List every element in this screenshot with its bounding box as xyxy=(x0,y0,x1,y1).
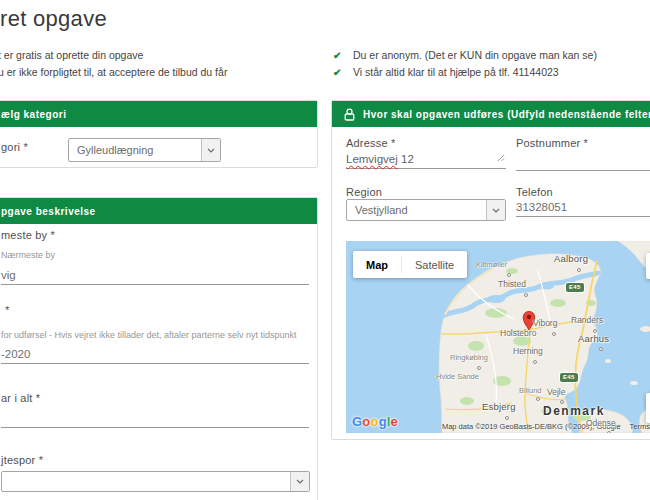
category-panel-header: ælg kategori xyxy=(0,101,317,127)
map-city-dot xyxy=(524,293,528,297)
description-panel: pgave beskrivelse meste by * Nærmeste by… xyxy=(0,197,318,500)
map-city-label: Thisted xyxy=(498,279,526,289)
postnummer-label: Postnummer * xyxy=(516,137,588,149)
check-icon: ✔ xyxy=(333,65,347,80)
tracks-select-value xyxy=(2,472,290,491)
map-city-label: Ringkøbing xyxy=(450,353,488,362)
map-city-label: Billund xyxy=(519,386,542,395)
nearest-city-label: meste by * xyxy=(1,229,55,241)
map-city-dot xyxy=(536,397,540,401)
map-city-dot xyxy=(577,268,581,272)
fullscreen-button[interactable] xyxy=(646,253,650,279)
date-helper: for udførsel - Hvis vejret ikke tillader… xyxy=(1,330,297,340)
category-label: gori * xyxy=(1,141,28,153)
map-city-label: Viborg xyxy=(533,318,557,328)
telefon-input[interactable]: 31328051 xyxy=(516,197,650,217)
route-badge: E45 xyxy=(560,373,578,382)
map-city-label: Klitmøller xyxy=(476,260,507,269)
area-label: ar i alt * xyxy=(1,392,40,404)
page-title: ret opgave xyxy=(0,6,107,32)
map-city-label: Odense xyxy=(586,418,616,428)
benefit-text: Du er anonym. (Det er KUN din opgave man… xyxy=(353,48,597,63)
adresse-value-word: Lemvigvej xyxy=(346,153,398,165)
location-panel-header-text: Hvor skal opgaven udføres (Udfyld nedens… xyxy=(363,109,650,120)
map-button[interactable]: Map xyxy=(353,251,401,278)
map-city-label: Aarhus xyxy=(578,333,609,344)
map-city-label: Vejle xyxy=(547,387,565,397)
map-city-dot xyxy=(552,332,556,336)
map-city-dot xyxy=(533,360,537,364)
map-city-label: Esbjerg xyxy=(482,401,516,412)
telefon-value: 31328051 xyxy=(516,201,567,213)
map-city-label: Denmark xyxy=(543,404,605,418)
nearest-city-value: vig xyxy=(1,269,16,281)
lock-icon xyxy=(344,108,355,121)
map-city-dot xyxy=(477,366,481,370)
tracks-select[interactable] xyxy=(1,471,310,492)
map-city-dot xyxy=(507,273,511,277)
chevron-down-icon[interactable] xyxy=(290,472,309,491)
nearest-city-input[interactable]: vig xyxy=(1,265,309,285)
benefit-item: ✔ Vi står altid klar til at hjælpe på tl… xyxy=(333,65,597,82)
map-terms-link[interactable]: Terms xyxy=(630,422,650,431)
map-city-label: Aalborg xyxy=(554,253,588,264)
benefit-text: u er ikke forpligtet til, at acceptere d… xyxy=(0,65,227,80)
nearest-city-helper: Nærmeste by xyxy=(1,250,55,260)
benefit-item: ✔ u er ikke forpligtet til, at acceptere… xyxy=(0,65,227,82)
region-select[interactable]: Vestjylland xyxy=(346,199,506,221)
zoom-control[interactable] xyxy=(646,393,650,423)
map-city-dot xyxy=(599,347,603,351)
map-city-dot xyxy=(607,431,611,433)
adresse-value-number: 12 xyxy=(401,153,414,165)
description-panel-header-text: pgave beskrivelse xyxy=(1,206,96,217)
date-input[interactable]: -2020 xyxy=(1,344,309,364)
tracks-label: jtespor * xyxy=(1,454,43,466)
category-select[interactable]: Gylleudlægning xyxy=(68,138,221,162)
location-panel-header: Hvor skal opgaven udføres (Udfyld nedens… xyxy=(332,101,650,127)
map-city-label: Hvide Sande xyxy=(436,372,479,381)
benefit-item: ✔ Du er anonym. (Det er KUN din opgave m… xyxy=(333,48,597,65)
category-select-value: Gylleudlægning xyxy=(69,139,201,161)
benefits-list-left: ✔ t er gratis at oprette din opgave ✔ u … xyxy=(0,48,227,82)
map-city-label: Holstebro xyxy=(500,328,536,338)
resize-grip-icon[interactable] xyxy=(497,148,505,166)
google-map[interactable]: Map Satellite Google Map data ©2019 GeoB… xyxy=(346,241,650,433)
chevron-down-icon[interactable] xyxy=(486,200,505,220)
benefit-item: ✔ t er gratis at oprette din opgave xyxy=(0,48,227,65)
route-badge: E45 xyxy=(566,283,584,292)
map-type-control: Map Satellite xyxy=(353,251,467,278)
check-icon: ✔ xyxy=(333,48,347,63)
location-panel: Hvor skal opgaven udføres (Udfyld nedens… xyxy=(331,100,650,440)
adresse-value: Lemvigvej 12 xyxy=(346,153,414,165)
map-city-dot xyxy=(505,416,509,420)
map-city-label: Herning xyxy=(513,346,543,356)
region-label: Region xyxy=(346,186,382,198)
benefits-list-right: ✔ Du er anonym. (Det er KUN din opgave m… xyxy=(333,48,597,82)
description-panel-header: pgave beskrivelse xyxy=(0,198,317,224)
adresse-input[interactable]: Lemvigvej 12 xyxy=(346,147,506,169)
date-label: * xyxy=(5,304,9,316)
benefit-text: Vi står altid klar til at hjælpe på tlf.… xyxy=(353,65,559,80)
category-panel-header-text: ælg kategori xyxy=(1,109,66,120)
benefit-text: t er gratis at oprette din opgave xyxy=(0,48,143,63)
map-city-label: Randers xyxy=(571,315,603,325)
date-value: -2020 xyxy=(1,348,30,360)
chevron-down-icon[interactable] xyxy=(201,139,220,161)
region-select-value: Vestjylland xyxy=(347,200,486,220)
postnummer-input[interactable] xyxy=(516,149,650,171)
area-input[interactable] xyxy=(1,406,309,428)
satellite-button[interactable]: Satellite xyxy=(402,251,467,278)
page: ret opgave ✔ t er gratis at oprette din … xyxy=(0,0,650,500)
category-panel: ælg kategori gori * Gylleudlægning xyxy=(0,100,318,168)
